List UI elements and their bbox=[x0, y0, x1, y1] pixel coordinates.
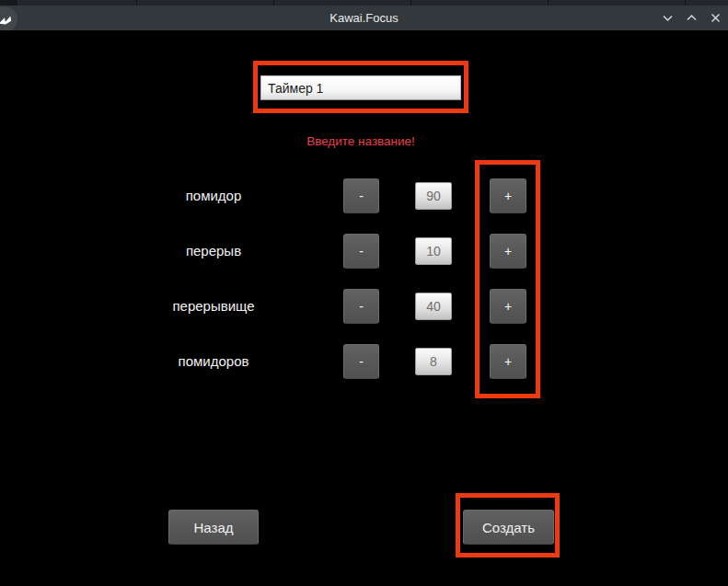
titlebar: Kawai.Focus bbox=[0, 6, 728, 30]
increment-button[interactable]: + bbox=[490, 178, 526, 213]
window-controls bbox=[660, 6, 722, 30]
window-title: Kawai.Focus bbox=[0, 6, 728, 30]
maximize-icon[interactable] bbox=[684, 11, 699, 26]
timer-row: помидоров - 8 + bbox=[0, 344, 728, 379]
error-message: Введите название! bbox=[260, 134, 461, 148]
value-field: 8 bbox=[415, 348, 452, 375]
row-label: помидор bbox=[140, 178, 287, 213]
value-field: 40 bbox=[415, 293, 452, 320]
timer-row: перерыв - 10 + bbox=[0, 234, 728, 269]
decrement-button[interactable]: - bbox=[343, 344, 379, 379]
increment-button[interactable]: + bbox=[490, 344, 526, 379]
row-label: перерыв bbox=[140, 234, 287, 269]
timer-row: помидор - 90 + bbox=[0, 178, 728, 213]
increment-button[interactable]: + bbox=[490, 289, 526, 324]
increment-button[interactable]: + bbox=[490, 234, 526, 269]
timer-name-input[interactable] bbox=[260, 75, 461, 100]
create-button[interactable]: Создать bbox=[463, 510, 554, 545]
timer-row: перерывище - 40 + bbox=[0, 289, 728, 324]
decrement-button[interactable]: - bbox=[343, 178, 379, 213]
app-window: Kawai.Focus Введите название! помидор - … bbox=[0, 0, 728, 586]
decrement-button[interactable]: - bbox=[343, 289, 379, 324]
decrement-button[interactable]: - bbox=[343, 234, 379, 269]
value-field: 90 bbox=[415, 182, 452, 210]
close-icon[interactable] bbox=[708, 11, 722, 26]
back-button[interactable]: Назад bbox=[168, 510, 259, 545]
value-field: 10 bbox=[415, 237, 452, 265]
row-label: перерывище bbox=[140, 289, 287, 324]
row-label: помидоров bbox=[140, 344, 287, 379]
minimize-icon[interactable] bbox=[660, 11, 675, 26]
